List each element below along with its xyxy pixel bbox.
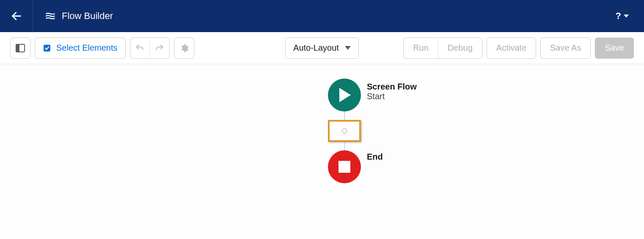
app-label: Flow Builder — [33, 11, 113, 22]
start-node-label: Screen Flow Start — [367, 82, 417, 101]
redo-button[interactable] — [150, 38, 169, 58]
caret-down-icon — [624, 14, 629, 19]
flow-app-icon — [45, 11, 56, 22]
help-icon: ? — [616, 11, 621, 22]
undo-button[interactable] — [130, 38, 150, 58]
back-button[interactable] — [0, 0, 33, 32]
arrow-left-icon — [11, 10, 22, 22]
start-node-row: Screen Flow Start — [328, 79, 361, 111]
undo-redo-group — [130, 38, 170, 59]
svg-marker-6 — [345, 46, 351, 50]
gear-icon — [179, 43, 189, 53]
add-circle-icon — [342, 128, 347, 133]
panel-icon — [16, 44, 25, 52]
stop-icon — [339, 161, 350, 173]
debug-button[interactable]: Debug — [438, 38, 482, 58]
app-title: Flow Builder — [62, 11, 113, 22]
save-button[interactable]: Save — [595, 38, 634, 59]
select-icon — [43, 44, 51, 52]
toolbar: Select Elements Auto-Layout Run Debug — [0, 32, 644, 64]
layout-mode-label: Auto-Layout — [293, 43, 339, 53]
start-node-title: Screen Flow — [367, 82, 417, 92]
end-node-title: End — [367, 152, 383, 162]
connector-line — [344, 111, 345, 120]
undo-icon — [135, 43, 144, 53]
start-node[interactable]: Screen Flow Start — [328, 79, 361, 111]
settings-button[interactable] — [174, 38, 194, 59]
action-buttons: Run Debug Activate Save As Save — [403, 38, 634, 59]
svg-rect-4 — [17, 45, 19, 52]
end-node-row: End — [328, 150, 361, 183]
run-debug-group: Run Debug — [403, 38, 482, 59]
svg-marker-1 — [624, 14, 629, 17]
help-menu[interactable]: ? — [616, 11, 644, 22]
toggle-sidebar-button[interactable] — [10, 38, 30, 59]
play-icon — [338, 88, 351, 102]
select-elements-label: Select Elements — [56, 43, 118, 53]
flow-column: Screen Flow Start End — [328, 79, 361, 183]
redo-icon — [155, 43, 164, 53]
svg-rect-8 — [339, 161, 350, 173]
run-button[interactable]: Run — [404, 38, 438, 58]
svg-marker-7 — [339, 88, 351, 102]
svg-rect-5 — [44, 45, 50, 52]
end-node[interactable]: End — [328, 150, 361, 183]
activate-button[interactable]: Activate — [487, 38, 536, 59]
flow-canvas[interactable]: Screen Flow Start End — [0, 64, 644, 239]
layout-mode-dropdown[interactable]: Auto-Layout — [285, 38, 359, 59]
add-element-button[interactable] — [328, 120, 361, 142]
connector-line — [344, 142, 345, 150]
start-node-subtitle: Start — [367, 92, 417, 101]
save-as-button[interactable]: Save As — [540, 38, 591, 59]
select-elements-button[interactable]: Select Elements — [35, 38, 126, 59]
app-header: Flow Builder ? — [0, 0, 644, 32]
chevron-down-icon — [345, 46, 351, 50]
